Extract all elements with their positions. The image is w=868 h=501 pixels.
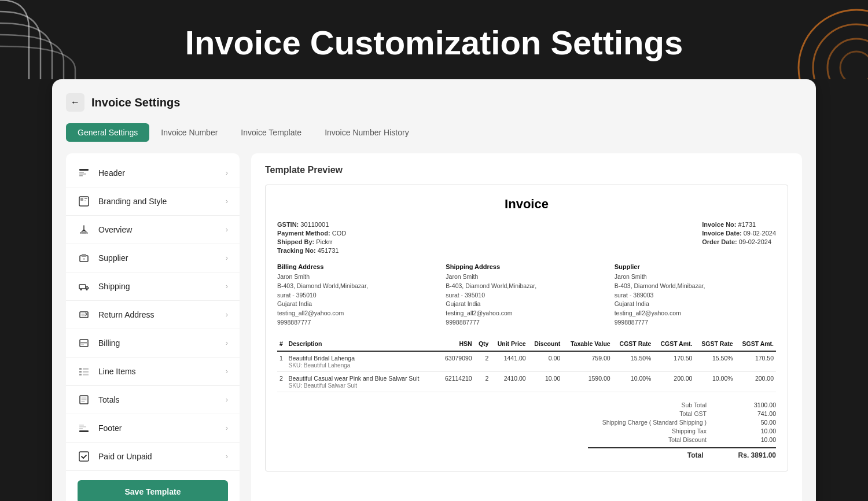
- row1-sgst-rate: 15.50%: [694, 351, 735, 372]
- tab-invoice-template[interactable]: Invoice Template: [229, 123, 313, 142]
- svg-point-18: [86, 289, 88, 290]
- supplier-phone: 9998887777: [615, 318, 776, 327]
- nav-item-totals[interactable]: Totals ›: [66, 386, 240, 414]
- total-gst-label: Total GST: [591, 410, 707, 417]
- svg-rect-26: [83, 371, 89, 373]
- row2-desc: Beautiful Casual wear Pink and Blue Salw…: [286, 371, 439, 392]
- nav-label-header: Header: [98, 168, 125, 178]
- billing-address: Billing Address Jaron Smith B-403, Diamo…: [277, 263, 439, 327]
- invoice-totals: Sub Total 3100.00 Total GST 741.00 Shipp…: [277, 399, 776, 459]
- svg-point-3: [840, 51, 868, 79]
- tab-invoice-number-history[interactable]: Invoice Number History: [313, 123, 421, 142]
- save-template-button[interactable]: Save Template: [78, 480, 228, 501]
- th-sgst-amt: SGST Amt.: [735, 337, 776, 351]
- billing-phone: 9998887777: [277, 318, 439, 327]
- save-btn-container: Save Template: [66, 471, 240, 501]
- supplier-label: Supplier: [615, 263, 776, 270]
- nav-item-supplier[interactable]: Supplier ›: [66, 244, 240, 272]
- grand-total-row: Total Rs. 3891.00: [588, 447, 776, 459]
- nav-item-billing[interactable]: Billing ›: [66, 329, 240, 358]
- nav-chevron-header: ›: [226, 169, 228, 177]
- svg-rect-27: [79, 374, 82, 375]
- svg-rect-30: [79, 430, 89, 432]
- grand-total-value: Rs. 3891.00: [738, 451, 776, 459]
- right-preview-panel: Template Preview Invoice GSTIN: 30110001…: [251, 153, 802, 501]
- billing-street: B-403, Diamond World,Minibazar,: [277, 282, 439, 291]
- invoice-meta-right: Invoice No: #1731 Invoice Date: 09-02-20…: [702, 221, 776, 254]
- nav-chevron-totals: ›: [226, 396, 228, 404]
- nav-item-header[interactable]: Header ›: [66, 159, 240, 187]
- svg-rect-25: [79, 371, 82, 373]
- th-desc: Description: [286, 337, 439, 351]
- header-icon: [78, 167, 90, 179]
- svg-rect-21: [80, 342, 88, 344]
- row2-sgst-amt: 200.00: [735, 371, 776, 392]
- nav-item-footer[interactable]: Footer ›: [66, 414, 240, 443]
- supplier-street: B-403, Diamond World,Minibazar,: [615, 282, 776, 291]
- row1-taxable: 759.00: [562, 351, 612, 372]
- total-gst-row: Total GST 741.00: [591, 410, 776, 417]
- nav-chevron-return: ›: [226, 311, 228, 319]
- supplier-icon: [78, 252, 90, 264]
- invoice-meta-left: GSTIN: 30110001 Payment Method: COD Ship…: [277, 221, 346, 254]
- invoice-preview: Invoice GSTIN: 30110001 Payment Method: …: [265, 185, 788, 471]
- supplier-address: Supplier Jaron Smith B-403, Diamond Worl…: [615, 263, 776, 327]
- svg-point-0: [799, 10, 868, 79]
- order-date-line: Order Date: 09-02-2024: [702, 238, 776, 245]
- svg-rect-11: [84, 200, 86, 201]
- nav-label-totals: Totals: [98, 395, 120, 404]
- preview-title: Template Preview: [265, 165, 788, 175]
- payment-method-line: Payment Method: COD: [277, 230, 346, 237]
- supplier-email: testing_all2@yahoo.com: [615, 309, 776, 318]
- shipping-address: Shipping Address Jaron Smith B-403, Diam…: [446, 263, 607, 327]
- invoice-date-line: Invoice Date: 09-02-2024: [702, 230, 776, 237]
- svg-rect-33: [79, 428, 83, 429]
- nav-item-paid-unpaid[interactable]: Paid or Unpaid ›: [66, 443, 240, 471]
- svg-rect-22: [81, 344, 84, 345]
- nav-chevron-line-items: ›: [226, 367, 228, 375]
- supplier-city: surat - 389003: [615, 291, 776, 300]
- tab-invoice-number[interactable]: Invoice Number: [149, 123, 229, 142]
- svg-rect-32: [79, 426, 86, 428]
- invoice-heading: Invoice: [277, 197, 776, 212]
- top-bar: ← Invoice Settings: [66, 93, 802, 112]
- shipping-charge-label: Shipping Charge ( Standard Shipping ): [591, 419, 707, 426]
- tab-general-settings[interactable]: General Settings: [66, 123, 149, 142]
- nav-item-branding[interactable]: Branding and Style ›: [66, 187, 240, 216]
- branding-icon: [78, 195, 90, 208]
- svg-point-2: [827, 39, 868, 79]
- supplier-state: Gujarat India: [615, 300, 776, 309]
- th-cgst-rate: CGST Rate: [613, 337, 654, 351]
- row2-num: 2: [277, 371, 286, 392]
- back-button[interactable]: ←: [66, 93, 84, 112]
- left-nav-panel: Header › Branding and Style ›: [66, 153, 240, 501]
- shipping-email: testing_all2@yahoo.com: [446, 309, 607, 318]
- row2-qty: 2: [475, 371, 491, 392]
- shipping-tax-label: Shipping Tax: [591, 428, 707, 434]
- nav-chevron-supplier: ›: [226, 254, 228, 262]
- main-card: ← Invoice Settings General Settings Invo…: [52, 79, 816, 501]
- th-sgst-rate: SGST Rate: [694, 337, 735, 351]
- nav-item-return-address[interactable]: Return Address ›: [66, 301, 240, 329]
- shipping-charge-row: Shipping Charge ( Standard Shipping ) 50…: [591, 419, 776, 426]
- svg-rect-24: [83, 368, 89, 370]
- nav-label-line-items: Line Items: [98, 367, 136, 376]
- subtotal-label: Sub Total: [591, 401, 707, 408]
- shipping-street: B-403, Diamond World,Minibazar,: [446, 282, 607, 291]
- invoice-table: # Description HSN Qty Unit Price Discoun…: [277, 337, 776, 392]
- nav-item-overview[interactable]: Overview ›: [66, 216, 240, 244]
- total-discount-label: Total Discount: [591, 436, 707, 443]
- svg-rect-10: [84, 198, 87, 199]
- billing-state: Gujarat India: [277, 300, 439, 309]
- svg-rect-14: [82, 254, 86, 257]
- nav-chevron-footer: ›: [226, 424, 228, 432]
- nav-item-shipping[interactable]: Shipping ›: [66, 272, 240, 301]
- nav-item-line-items[interactable]: Line Items ›: [66, 358, 240, 386]
- invoice-meta: GSTIN: 30110001 Payment Method: COD Ship…: [277, 221, 776, 254]
- nav-chevron-shipping: ›: [226, 282, 228, 290]
- row2-sgst-rate: 10.00%: [694, 371, 735, 392]
- svg-rect-4: [79, 169, 89, 171]
- invoice-no-line: Invoice No: #1731: [702, 221, 776, 228]
- nav-label-return: Return Address: [98, 310, 155, 319]
- grand-total-label: Total: [588, 451, 704, 459]
